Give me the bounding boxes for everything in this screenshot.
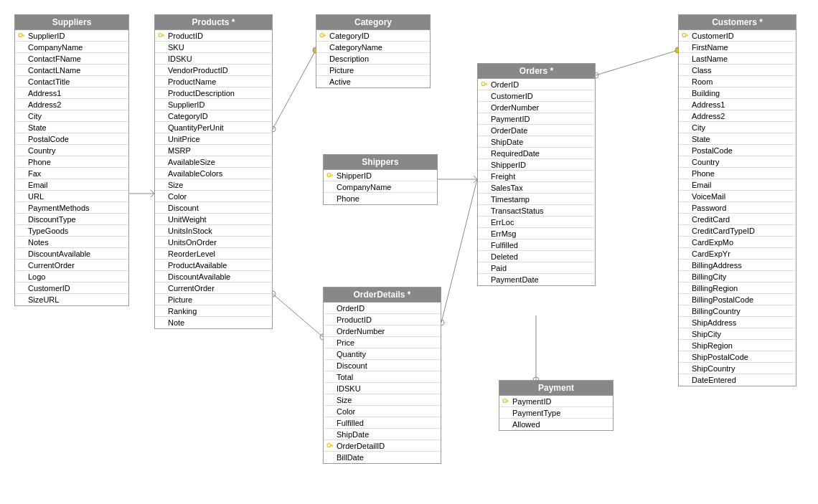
field-name: SizeURL	[27, 295, 59, 304]
field-name: DiscountAvailable	[27, 249, 90, 258]
table-products-header: Products *	[155, 15, 272, 29]
field-name: OrderNumber	[489, 103, 539, 112]
pk-icon	[479, 81, 489, 88]
table-row: UnitsInStock	[155, 225, 272, 237]
field-name: UnitsInStock	[166, 227, 212, 235]
table-row: Notes	[15, 237, 128, 248]
table-row: CompanyName	[15, 42, 128, 53]
table-row: Password	[679, 202, 796, 214]
field-name: State	[27, 123, 47, 132]
field-name: Building	[690, 89, 720, 98]
table-orders[interactable]: Orders *OrderIDCustomerIDOrderNumberPaym…	[477, 63, 596, 286]
field-name: City	[27, 112, 42, 120]
svg-rect-27	[164, 35, 164, 37]
pk-icon	[156, 32, 166, 39]
svg-rect-36	[486, 84, 487, 85]
table-customers-body: CustomerIDFirstNameLastNameClassRoomBuil…	[679, 29, 796, 386]
field-name: OrderDetailID	[335, 442, 385, 450]
table-orderdetails-header: OrderDetails *	[324, 287, 441, 302]
table-category-body: CategoryIDCategoryNameDescriptionPicture…	[316, 29, 430, 87]
table-row: Active	[316, 76, 430, 87]
field-name: CreditCardTypeID	[690, 227, 755, 235]
field-name: Address1	[690, 100, 725, 109]
table-row: ProductDescription	[155, 87, 272, 99]
table-shippers[interactable]: ShippersShipperIDCompanyNamePhone	[323, 154, 438, 205]
table-row: PaymentType	[499, 407, 613, 419]
table-row: Logo	[15, 271, 128, 282]
table-row: OrderNumber	[478, 102, 595, 113]
field-name: BillingAddress	[690, 261, 742, 270]
table-row: BillingCity	[679, 271, 796, 282]
field-name: ContactFName	[27, 54, 81, 63]
field-name: ProductAvailable	[166, 261, 227, 270]
field-name: ErrMsg	[489, 229, 516, 238]
table-row: DiscountType	[15, 214, 128, 225]
field-name: Quantity	[335, 350, 366, 358]
table-row: Phone	[15, 156, 128, 168]
svg-point-22	[19, 33, 22, 37]
table-products[interactable]: Products *ProductIDSKUIDSKUVendorProduct…	[154, 14, 273, 329]
field-name: VendorProductID	[166, 66, 228, 75]
field-name: PaymentID	[511, 397, 551, 406]
table-suppliers[interactable]: SuppliersSupplierIDCompanyNameContactFNa…	[14, 14, 129, 306]
field-name: DiscountType	[27, 215, 76, 224]
field-name: BillingCountry	[690, 307, 741, 315]
table-customers[interactable]: Customers *CustomerIDFirstNameLastNameCl…	[678, 14, 796, 386]
table-row: OrderID	[478, 79, 595, 90]
table-row: OrderNumber	[324, 325, 441, 337]
table-row: Discount	[155, 202, 272, 214]
pk-icon	[325, 442, 335, 450]
field-name: IDSKU	[166, 54, 192, 63]
field-name: Fulfilled	[335, 419, 364, 427]
table-row: PostalCode	[15, 133, 128, 145]
table-row: ContactFName	[15, 53, 128, 65]
pk-icon	[318, 32, 328, 39]
svg-point-37	[327, 443, 331, 447]
table-row: DiscountAvailable	[15, 248, 128, 260]
svg-rect-33	[332, 175, 333, 176]
field-name: DateEntered	[690, 376, 736, 384]
table-category[interactable]: CategoryCategoryIDCategoryNameDescriptio…	[316, 14, 431, 88]
field-name: Discount	[335, 361, 367, 370]
table-row: ShipAddress	[679, 317, 796, 328]
table-row: Note	[155, 317, 272, 328]
table-row: Paid	[478, 262, 595, 274]
table-row: PaymentID	[499, 396, 613, 407]
table-row: Quantity	[324, 348, 441, 360]
field-name: Timestamp	[489, 195, 530, 204]
table-row: CustomerID	[15, 282, 128, 294]
svg-point-31	[327, 173, 331, 176]
svg-line-7	[273, 294, 323, 337]
table-row: State	[679, 133, 796, 145]
field-name: BillingRegion	[690, 284, 738, 293]
svg-rect-38	[331, 444, 334, 445]
field-name: SupplierID	[27, 32, 65, 40]
table-row: CompanyName	[324, 181, 437, 193]
table-row: Fulfilled	[324, 417, 441, 429]
field-name: Description	[328, 54, 369, 63]
table-row: ProductName	[155, 76, 272, 87]
field-name: Email	[690, 181, 712, 189]
table-row: URL	[15, 191, 128, 202]
table-orderdetails[interactable]: OrderDetails *OrderIDProductIDOrderNumbe…	[323, 287, 441, 464]
table-row: ShipRegion	[679, 340, 796, 351]
field-name: SupplierID	[166, 100, 204, 109]
svg-rect-29	[324, 34, 326, 35]
table-row: ProductAvailable	[155, 260, 272, 271]
table-row: CustomerID	[478, 90, 595, 102]
field-name: OrderNumber	[335, 327, 385, 336]
field-name: AvailableColors	[166, 169, 222, 178]
pk-icon	[325, 172, 335, 179]
field-name: Address1	[27, 89, 61, 98]
field-name: URL	[27, 192, 44, 201]
field-name: ErrLoc	[489, 218, 514, 227]
table-payment[interactable]: PaymentPaymentIDPaymentTypeAllowed	[499, 380, 614, 431]
table-row: ShipperID	[478, 159, 595, 171]
field-name: Price	[335, 338, 354, 347]
table-row: Size	[324, 394, 441, 406]
svg-rect-32	[331, 174, 334, 175]
table-row: CardExpMo	[679, 237, 796, 248]
field-name: ShipRegion	[690, 341, 733, 350]
table-row: Fulfilled	[478, 239, 595, 251]
field-name: CardExpMo	[690, 238, 733, 247]
